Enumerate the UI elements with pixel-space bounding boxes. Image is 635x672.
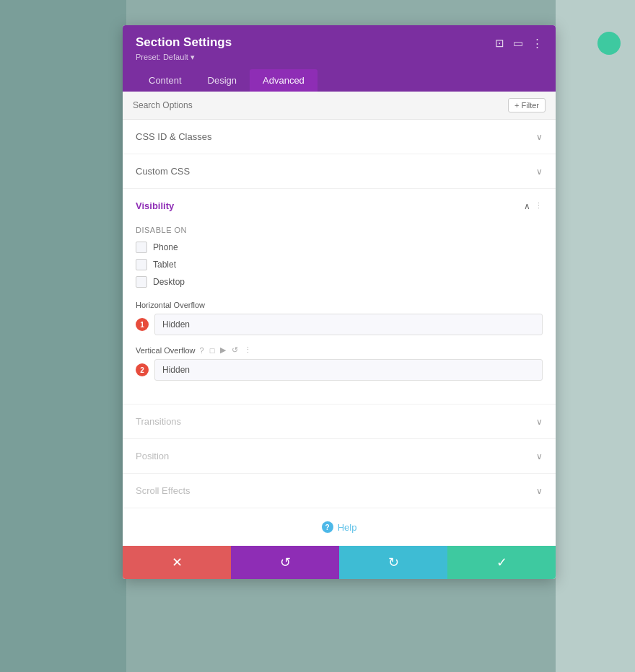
redo-button[interactable]: ↻: [339, 546, 447, 579]
panel-footer: ✕ ↺ ↻ ✓: [123, 546, 556, 579]
mobile-icon[interactable]: □: [210, 346, 215, 355]
save-button[interactable]: ✓: [447, 546, 556, 579]
panel-header-top: Section Settings ⊡ ▭ ⋮: [136, 35, 543, 50]
visibility-more-icon[interactable]: ⋮: [535, 201, 543, 211]
desktop-checkbox[interactable]: [136, 276, 147, 288]
tab-content[interactable]: Content: [136, 69, 195, 92]
custom-css-title: Custom CSS: [136, 166, 190, 177]
phone-checkbox[interactable]: [136, 242, 147, 253]
layout-icon[interactable]: ▭: [513, 37, 523, 48]
search-bar: + Filter: [123, 92, 556, 120]
horizontal-select-wrapper: 1 Hidden Visible Auto Scroll: [136, 314, 543, 335]
right-panel: [556, 0, 635, 672]
transitions-arrow: ∨: [536, 417, 543, 427]
tablet-label: Tablet: [153, 260, 176, 270]
horizontal-overflow-label: Horizontal Overflow: [136, 301, 205, 309]
vertical-more-icon[interactable]: ⋮: [244, 345, 252, 355]
scroll-effects-title: Scroll Effects: [136, 485, 190, 496]
custom-css-section: Custom CSS ∨: [123, 154, 556, 189]
visibility-collapse-icon[interactable]: ∧: [524, 201, 530, 211]
left-panel: [0, 0, 126, 672]
more-icon[interactable]: ⋮: [532, 37, 543, 48]
cursor-icon[interactable]: ▶: [220, 345, 226, 355]
header-icons: ⊡ ▭ ⋮: [495, 37, 543, 48]
checkbox-group: Phone Tablet Desktop: [136, 242, 543, 288]
scroll-effects-arrow: ∨: [536, 486, 543, 496]
tabs: Content Design Advanced: [136, 69, 543, 92]
visibility-header[interactable]: Visibility ∧ ⋮: [123, 189, 556, 223]
settings-panel: Section Settings ⊡ ▭ ⋮ Preset: Default ▾…: [123, 25, 556, 579]
visibility-body: Disable on Phone Tablet Desktop: [123, 223, 556, 404]
vertical-overflow-select[interactable]: Hidden Visible Auto Scroll: [154, 359, 543, 381]
transitions-section: Transitions ∨: [123, 404, 556, 439]
checkbox-tablet: Tablet: [136, 259, 543, 270]
custom-css-header[interactable]: Custom CSS ∨: [123, 154, 556, 188]
tab-design[interactable]: Design: [195, 69, 250, 92]
horizontal-overflow-select[interactable]: Hidden Visible Auto Scroll: [154, 314, 543, 335]
position-header[interactable]: Position ∨: [123, 439, 556, 473]
cancel-button[interactable]: ✕: [123, 546, 231, 579]
avatar: [597, 32, 621, 55]
position-section: Position ∨: [123, 439, 556, 474]
panel-body: CSS ID & Classes ∨ Custom CSS ∨ Visibili…: [123, 120, 556, 546]
help-label[interactable]: Help: [338, 522, 357, 533]
horizontal-label-row: Horizontal Overflow: [136, 301, 543, 309]
css-id-arrow: ∨: [536, 132, 543, 142]
horizontal-overflow-field: Horizontal Overflow 1 Hidden Visible Aut…: [136, 301, 543, 335]
responsive-icon[interactable]: ⊡: [495, 37, 504, 48]
checkbox-phone: Phone: [136, 242, 543, 253]
reset-button[interactable]: ↺: [231, 546, 339, 579]
vertical-overflow-label: Vertical Overflow: [136, 346, 196, 355]
css-id-section: CSS ID & Classes ∨: [123, 120, 556, 154]
help-row: ? Help: [123, 508, 556, 546]
custom-css-arrow: ∨: [536, 167, 543, 177]
reset-icon[interactable]: ↺: [232, 345, 238, 355]
filter-button[interactable]: + Filter: [508, 98, 546, 112]
vertical-select-wrapper: 2 Hidden Visible Auto Scroll: [136, 359, 543, 381]
vertical-overflow-field: Vertical Overflow ? □ ▶ ↺ ⋮ 2 Hidden: [136, 345, 543, 381]
disable-on-label: Disable on: [136, 226, 543, 234]
scroll-effects-header[interactable]: Scroll Effects ∨: [123, 474, 556, 508]
preset-label[interactable]: Preset: Default ▾: [136, 53, 543, 62]
panel-header: Section Settings ⊡ ▭ ⋮ Preset: Default ▾…: [123, 25, 556, 92]
css-id-title: CSS ID & Classes: [136, 131, 211, 142]
transitions-header[interactable]: Transitions ∨: [123, 404, 556, 438]
tab-advanced[interactable]: Advanced: [250, 69, 318, 92]
css-id-header[interactable]: CSS ID & Classes ∨: [123, 120, 556, 154]
vertical-label-row: Vertical Overflow ? □ ▶ ↺ ⋮: [136, 345, 543, 355]
desktop-label: Desktop: [153, 277, 185, 287]
step-badge-1: 1: [136, 318, 149, 331]
visibility-title: Visibility: [136, 200, 174, 211]
tablet-checkbox[interactable]: [136, 259, 147, 270]
visibility-actions: ∧ ⋮: [524, 201, 543, 211]
step-badge-2: 2: [136, 363, 149, 376]
search-input[interactable]: [133, 100, 508, 110]
visibility-section: Visibility ∧ ⋮ Disable on Phone Tablet: [123, 189, 556, 404]
checkbox-desktop: Desktop: [136, 276, 543, 288]
phone-label: Phone: [153, 242, 178, 252]
vertical-overflow-icons: ? □ ▶ ↺ ⋮: [200, 345, 253, 355]
transitions-title: Transitions: [136, 416, 181, 427]
help-tooltip-icon[interactable]: ?: [200, 346, 204, 355]
scroll-effects-section: Scroll Effects ∨: [123, 474, 556, 508]
position-title: Position: [136, 451, 169, 461]
position-arrow: ∨: [536, 451, 543, 461]
panel-title: Section Settings: [136, 35, 232, 50]
help-icon: ?: [322, 521, 333, 533]
